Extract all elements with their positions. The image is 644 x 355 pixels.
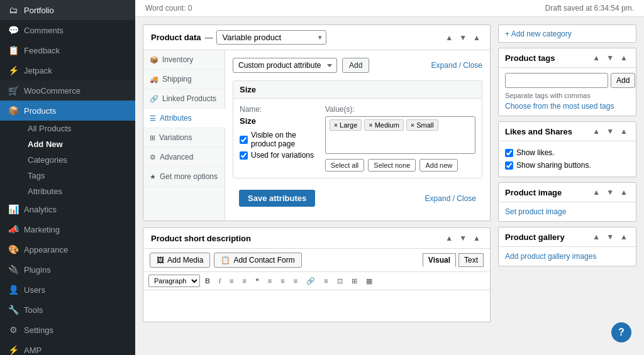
- sidebar-item-label: AMP: [24, 346, 42, 355]
- linked-products-icon: 🔗: [150, 95, 158, 103]
- sidebar-sub-tags[interactable]: Tags: [23, 168, 135, 183]
- gallery-down[interactable]: ▼: [604, 232, 616, 242]
- save-attributes-button[interactable]: Save attributes: [239, 190, 315, 207]
- tags-down[interactable]: ▼: [604, 53, 616, 63]
- short-desc-down[interactable]: ▼: [457, 233, 469, 243]
- show-sharing-checkbox[interactable]: [505, 161, 513, 170]
- sidebar-item-tools[interactable]: 🔧 Tools: [0, 300, 135, 320]
- sidebar-sub-add-new[interactable]: Add New: [23, 136, 135, 152]
- select-all-button[interactable]: Select all: [325, 159, 365, 172]
- panel-down-button[interactable]: ▼: [457, 33, 469, 43]
- set-product-image-link[interactable]: Set product image: [505, 207, 566, 216]
- fmt-fullscreen[interactable]: ⊡: [333, 275, 347, 287]
- product-gallery-title: Product gallery: [505, 232, 565, 242]
- name-label: Name:: [240, 105, 315, 114]
- fmt-table[interactable]: ▦: [362, 275, 376, 287]
- product-data-layout: 📦 Inventory 🚚 Shipping 🔗 Linked Products: [143, 50, 490, 221]
- product-image-body: Set product image: [499, 202, 636, 221]
- fmt-more[interactable]: ≡: [320, 275, 331, 287]
- sidebar-item-label: WooCommerce: [24, 86, 80, 96]
- fmt-italic[interactable]: I: [215, 275, 225, 287]
- variations-checkbox-label[interactable]: Used for variations: [240, 151, 315, 160]
- tag-input-field[interactable]: [505, 73, 608, 88]
- tag-small-x[interactable]: ×: [411, 121, 414, 129]
- tags-close[interactable]: ▲: [618, 53, 630, 63]
- add-contact-form-button[interactable]: 📋 Add Contact Form: [214, 253, 301, 268]
- tab-attributes[interactable]: ☰ Attributes: [143, 109, 225, 128]
- visible-checkbox[interactable]: [240, 136, 248, 144]
- product-type-select[interactable]: Variable product Simple product Grouped …: [216, 30, 326, 45]
- likes-close[interactable]: ▲: [618, 126, 630, 136]
- fmt-ol[interactable]: ≡: [238, 275, 250, 287]
- expand-all-link[interactable]: Expand / Close: [431, 61, 482, 70]
- likes-down[interactable]: ▼: [604, 126, 616, 136]
- tab-inventory[interactable]: 📦 Inventory: [143, 50, 225, 70]
- add-new-value-button[interactable]: Add new: [419, 159, 458, 172]
- sidebar-item-jetpack[interactable]: ⚡ Jetpack: [0, 60, 135, 80]
- fmt-bold[interactable]: B: [201, 275, 214, 287]
- fmt-link[interactable]: 🔗: [303, 275, 319, 287]
- sidebar-item-comments[interactable]: 💬 Comments: [0, 20, 135, 40]
- text-tab[interactable]: Text: [458, 253, 484, 267]
- sidebar-sub-attributes[interactable]: Attributes: [23, 183, 135, 199]
- show-likes-label[interactable]: Show likes.: [505, 146, 630, 159]
- sidebar-item-amp[interactable]: ⚡ AMP: [0, 340, 135, 355]
- sidebar-item-appearance[interactable]: 🎨 Appearance: [0, 239, 135, 259]
- editor-area[interactable]: [143, 290, 490, 322]
- visible-checkbox-label[interactable]: Visible on the product page: [240, 131, 315, 148]
- attribute-checkboxes: Visible on the product page Used for var…: [240, 131, 315, 160]
- tag-large-x[interactable]: ×: [334, 121, 338, 129]
- select-none-button[interactable]: Select none: [368, 159, 416, 172]
- image-close[interactable]: ▲: [618, 187, 630, 197]
- fmt-ul[interactable]: ≡: [226, 275, 237, 287]
- sidebar-item-analytics[interactable]: 📊 Analytics: [0, 199, 135, 219]
- add-tag-button[interactable]: Add: [611, 73, 635, 88]
- tab-shipping[interactable]: 🚚 Shipping: [143, 70, 225, 89]
- gallery-up[interactable]: ▲: [591, 232, 602, 242]
- panel-close-button[interactable]: ▲: [471, 33, 482, 43]
- short-desc-close[interactable]: ▲: [471, 233, 482, 243]
- visual-tab[interactable]: Visual: [423, 253, 456, 267]
- help-button[interactable]: ?: [611, 322, 631, 342]
- likes-shares-panel: Likes and Shares ▲ ▼ ▲ Show likes. Show …: [498, 121, 636, 177]
- add-gallery-images-link[interactable]: Add product gallery images: [505, 252, 596, 261]
- tag-medium-x[interactable]: ×: [369, 121, 372, 129]
- expand-close-link2[interactable]: Expand / Close: [425, 194, 476, 203]
- tags-up[interactable]: ▲: [591, 53, 602, 63]
- show-sharing-label[interactable]: Show sharing buttons.: [505, 159, 630, 172]
- short-desc-up[interactable]: ▲: [443, 233, 455, 243]
- choose-tags-link[interactable]: Choose from the most used tags: [505, 102, 614, 111]
- sidebar-item-users[interactable]: 👤 Users: [0, 280, 135, 300]
- fmt-align-center[interactable]: ≡: [277, 275, 288, 287]
- fmt-align-left[interactable]: ≡: [264, 275, 275, 287]
- sidebar-item-products[interactable]: 📦 Products: [0, 101, 135, 121]
- sidebar-sub-all-products[interactable]: All Products: [23, 121, 135, 136]
- variations-checkbox[interactable]: [240, 151, 248, 160]
- sidebar-item-portfolio[interactable]: 🗂 Portfolio: [0, 0, 135, 20]
- show-likes-checkbox[interactable]: [505, 149, 513, 157]
- size-attribute-block: Size Name: Size Visible on the product p…: [233, 80, 482, 178]
- image-down[interactable]: ▼: [604, 187, 616, 197]
- tab-variations[interactable]: ⊞ Variations: [143, 128, 225, 148]
- paragraph-select[interactable]: Paragraph: [148, 275, 200, 287]
- gallery-close[interactable]: ▲: [618, 232, 630, 242]
- tab-linked-products[interactable]: 🔗 Linked Products: [143, 89, 225, 109]
- likes-up[interactable]: ▲: [591, 126, 602, 136]
- panel-up-button[interactable]: ▲: [443, 33, 455, 43]
- fmt-grid[interactable]: ⊞: [348, 275, 361, 287]
- sidebar-item-woocommerce[interactable]: 🛒 WooCommerce: [0, 80, 135, 101]
- tab-get-more-options[interactable]: ★ Get more options: [143, 167, 225, 187]
- add-category-link[interactable]: + Add new category: [505, 30, 572, 38]
- sidebar-item-plugins[interactable]: 🔌 Plugins: [0, 259, 135, 280]
- add-attribute-button[interactable]: Add: [342, 58, 369, 73]
- sidebar-item-marketing[interactable]: 📣 Marketing: [0, 219, 135, 239]
- sidebar-item-feedback[interactable]: 📋 Feedback: [0, 40, 135, 60]
- fmt-quote[interactable]: ❝: [252, 275, 263, 287]
- image-up[interactable]: ▲: [591, 187, 602, 197]
- add-media-button[interactable]: 🖼 Add Media: [150, 253, 210, 268]
- tab-advanced[interactable]: ⚙ Advanced: [143, 148, 225, 167]
- sidebar-sub-categories[interactable]: Categories: [23, 152, 135, 168]
- fmt-align-right[interactable]: ≡: [290, 275, 301, 287]
- attribute-type-select[interactable]: Custom product attribute Size Color: [233, 58, 337, 73]
- sidebar-item-settings[interactable]: ⚙ Settings: [0, 320, 135, 340]
